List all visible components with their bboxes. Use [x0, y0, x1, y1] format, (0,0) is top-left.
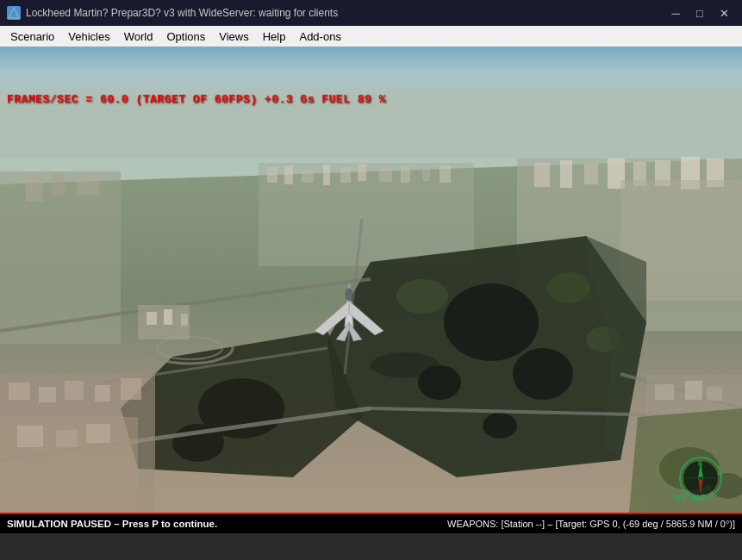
svg-marker-77: [349, 322, 362, 341]
minimize-button[interactable]: ─: [664, 4, 687, 22]
svg-rect-61: [86, 424, 110, 443]
titlebar: Lockheed Martin? Prepar3D? v3 with WideS…: [0, 0, 742, 26]
menu-options[interactable]: Options: [159, 26, 212, 47]
menubar: Scenario Vehicles World Options Views He…: [0, 26, 742, 47]
svg-rect-12: [302, 169, 314, 183]
terrain-background: N GPS ALT: [0, 47, 742, 513]
svg-point-1: [12, 11, 16, 15]
svg-rect-54: [39, 387, 56, 402]
menu-views[interactable]: Views: [212, 26, 255, 47]
svg-point-32: [513, 348, 573, 400]
svg-rect-10: [267, 167, 277, 183]
titlebar-controls: ─ □ ✕: [664, 4, 735, 22]
menu-help[interactable]: Help: [256, 26, 293, 47]
svg-rect-17: [401, 166, 410, 183]
svg-point-36: [547, 272, 590, 303]
svg-rect-21: [534, 163, 550, 187]
svg-rect-16: [379, 168, 392, 182]
svg-rect-57: [121, 378, 141, 400]
svg-rect-11: [284, 165, 293, 184]
svg-point-31: [444, 283, 539, 361]
svg-rect-55: [65, 381, 84, 400]
svg-marker-78: [336, 322, 349, 341]
flight-viewport[interactable]: FRAMES/SEC = 60.0 (TARGET OF 60FPS) +0.3…: [0, 47, 742, 513]
menu-world[interactable]: World: [117, 26, 160, 47]
svg-rect-68: [164, 309, 172, 325]
svg-rect-64: [685, 381, 702, 400]
aircraft-icon: [306, 279, 392, 348]
svg-rect-56: [95, 385, 110, 401]
maximize-button[interactable]: □: [689, 4, 711, 22]
close-button[interactable]: ✕: [713, 4, 735, 22]
svg-rect-23: [584, 164, 598, 184]
svg-text:GPS ALT: GPS ALT: [673, 494, 707, 502]
svg-rect-15: [358, 164, 366, 181]
svg-rect-69: [181, 314, 188, 326]
statusbar: SIMULATION PAUSED – Press P to continue.…: [0, 513, 742, 533]
svg-rect-65: [707, 387, 722, 401]
menu-addons[interactable]: Add-ons: [292, 26, 347, 47]
svg-rect-19: [440, 165, 451, 183]
svg-rect-6: [26, 176, 43, 202]
aircraft: [306, 279, 392, 352]
svg-rect-7: [52, 174, 65, 196]
svg-point-73: [371, 352, 440, 378]
titlebar-left: Lockheed Martin? Prepar3D? v3 with WideS…: [7, 6, 338, 20]
svg-rect-18: [422, 169, 430, 181]
hud-overlay: FRAMES/SEC = 60.0 (TARGET OF 60FPS) +0.3…: [7, 93, 386, 106]
svg-rect-14: [340, 167, 351, 183]
svg-rect-60: [56, 430, 78, 447]
compass-svg: N GPS ALT: [666, 451, 735, 502]
hud-text: FRAMES/SEC = 60.0 (TARGET OF 60FPS) +0.3…: [7, 93, 386, 106]
svg-rect-63: [655, 384, 674, 400]
menu-scenario[interactable]: Scenario: [3, 26, 61, 47]
svg-rect-59: [17, 426, 43, 447]
svg-point-35: [396, 279, 448, 314]
svg-point-79: [346, 289, 352, 301]
svg-rect-53: [9, 383, 30, 400]
titlebar-title: Lockheed Martin? Prepar3D? v3 with WideS…: [26, 7, 338, 19]
svg-rect-22: [560, 160, 572, 188]
menu-vehicles[interactable]: Vehicles: [61, 26, 116, 47]
app-icon: [7, 6, 21, 20]
svg-point-34: [483, 413, 517, 439]
status-paused-text: SIMULATION PAUSED – Press P to continue.: [7, 519, 217, 529]
svg-rect-67: [147, 312, 157, 325]
gps-indicator: N GPS ALT: [666, 451, 735, 506]
svg-rect-13: [323, 165, 330, 185]
status-weapons-text: WEAPONS: [Station --] – [Target: GPS 0, …: [447, 519, 735, 529]
svg-rect-8: [78, 177, 99, 195]
